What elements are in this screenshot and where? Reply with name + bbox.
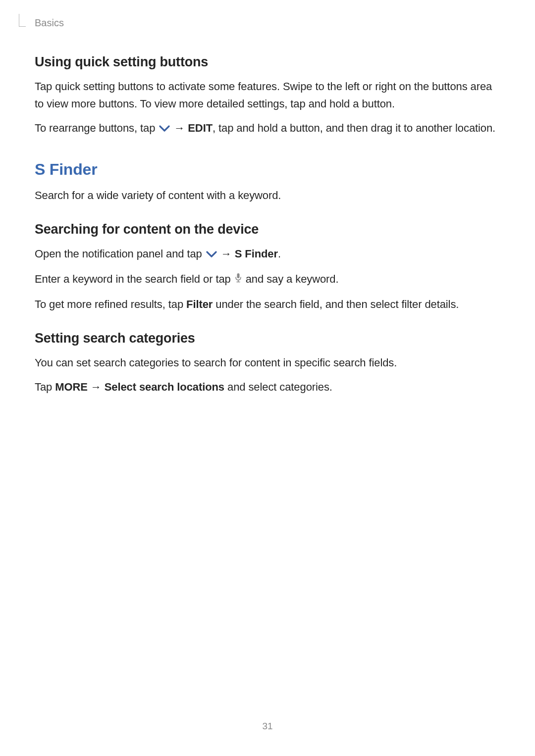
paragraph-categories-2: Tap MORE → Select search locations and s… (35, 378, 500, 396)
paragraph-searching-2: Enter a keyword in the search field or t… (35, 270, 500, 289)
heading-search-categories: Setting search categories (35, 331, 500, 346)
paragraph-s-finder-intro: Search for a wide variety of content wit… (35, 187, 500, 204)
heading-quick-setting: Using quick setting buttons (35, 54, 500, 70)
page-number: 31 (0, 721, 535, 732)
svg-rect-0 (237, 273, 239, 278)
paragraph-categories-1: You can set search categories to search … (35, 354, 500, 371)
header-divider (19, 14, 26, 27)
paragraph-quick-setting-2: To rearrange buttons, tap → EDIT, tap an… (35, 119, 500, 138)
mic-icon (235, 270, 242, 288)
paragraph-quick-setting-1: Tap quick setting buttons to activate so… (35, 78, 500, 112)
chevron-down-icon (206, 246, 217, 263)
paragraph-searching-1: Open the notification panel and tap → S … (35, 245, 500, 263)
paragraph-searching-3: To get more refined results, tap Filter … (35, 296, 500, 313)
heading-s-finder: S Finder (35, 160, 500, 179)
heading-searching-content: Searching for content on the device (35, 222, 500, 237)
chevron-down-icon (159, 120, 170, 137)
breadcrumb: Basics (35, 17, 64, 29)
